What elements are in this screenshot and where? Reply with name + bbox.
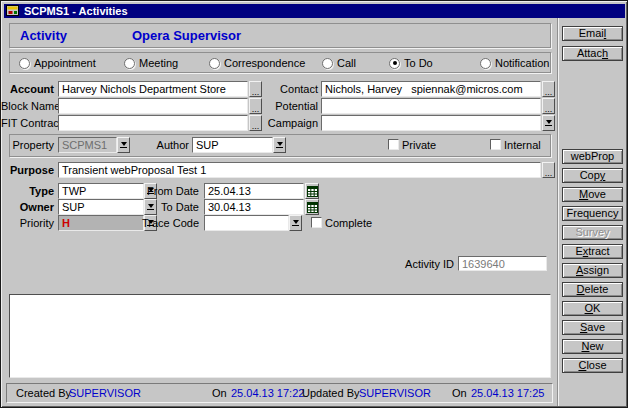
updated-on-value: 25.04.13 17:25	[471, 387, 544, 399]
titlebar[interactable]: SCPMS1 - Activities	[4, 4, 625, 18]
save-button[interactable]: Save	[562, 320, 623, 335]
owner-field[interactable]	[58, 199, 144, 215]
author-label: Author	[136, 138, 189, 153]
header-box: Activity Opera Supervisor	[9, 23, 551, 48]
account-field[interactable]	[58, 81, 248, 97]
radio-circle-icon[interactable]	[322, 58, 333, 69]
radio-appointment[interactable]: Appointment	[19, 57, 96, 69]
priority-field[interactable]	[58, 215, 144, 231]
statusbar: Created By SUPERVISOR On 25.04.13 17:22 …	[6, 383, 553, 403]
complete-checkbox[interactable]	[311, 217, 322, 228]
ellipsis-icon: ...	[545, 89, 553, 96]
priority-label: Priority	[1, 216, 54, 231]
frequency-button[interactable]: Frequency	[562, 206, 623, 221]
updated-by-label: Updated By	[302, 387, 359, 399]
radio-circle-icon[interactable]	[19, 58, 30, 69]
updated-by-value: SUPERVISOR	[359, 387, 431, 399]
block-name-lookup-button[interactable]: ...	[249, 98, 262, 114]
property-field	[58, 137, 117, 153]
to-date-calendar-button[interactable]	[305, 199, 319, 215]
delete-button[interactable]: Delete	[562, 282, 623, 297]
type-field[interactable]	[58, 183, 144, 199]
ellipsis-icon: ...	[252, 123, 260, 130]
radio-label: Notification	[495, 57, 549, 69]
to-date-field[interactable]	[204, 199, 304, 215]
radio-to-do[interactable]: To Do	[389, 57, 433, 69]
header-user: Opera Supervisor	[132, 28, 241, 43]
account-lookup-button[interactable]: ...	[249, 81, 262, 97]
notes-textarea[interactable]	[9, 294, 551, 378]
copy-button[interactable]: Copy	[562, 168, 623, 183]
activities-window: SCPMS1 - Activities Activity Opera Super…	[0, 0, 628, 408]
created-on-value: 25.04.13 17:22	[231, 387, 304, 399]
potential-lookup-button[interactable]: ...	[542, 98, 555, 114]
property-label: Property	[1, 138, 54, 153]
contact-field[interactable]	[321, 81, 541, 97]
private-checkbox[interactable]	[388, 139, 399, 150]
campaign-field[interactable]	[321, 115, 541, 131]
new-button[interactable]: New	[562, 339, 623, 354]
radio-call[interactable]: Call	[322, 57, 356, 69]
purpose-label: Purpose	[1, 163, 54, 178]
radio-notification[interactable]: Notification	[480, 57, 549, 69]
campaign-dropdown-button[interactable]	[542, 115, 555, 131]
updated-on-label: On	[452, 387, 467, 399]
author-dropdown-button[interactable]	[273, 137, 286, 153]
window-title: SCPMS1 - Activities	[24, 5, 128, 17]
webprop-button[interactable]: webProp	[562, 149, 623, 164]
survey-button[interactable]: Survey	[562, 225, 623, 240]
radio-meeting[interactable]: Meeting	[124, 57, 178, 69]
ellipsis-icon: ...	[545, 170, 553, 177]
attach-button[interactable]: Attach	[562, 46, 623, 61]
block-name-field[interactable]	[58, 98, 248, 114]
radio-label: Meeting	[139, 57, 178, 69]
property-dropdown-button[interactable]	[117, 137, 130, 153]
contact-label: Contact	[263, 82, 318, 97]
radio-label: Call	[337, 57, 356, 69]
page-title: Activity	[20, 28, 67, 43]
dropdown-arrow-icon	[290, 216, 301, 230]
radio-circle-icon[interactable]	[124, 58, 135, 69]
fit-contract-field[interactable]	[58, 115, 248, 131]
fit-contract-label: FIT Contract	[1, 116, 54, 131]
button-column: EmailAttachwebPropCopyMoveFrequencySurve…	[562, 1, 623, 408]
created-by-label: Created By	[16, 387, 71, 399]
assign-button[interactable]: Assign	[562, 263, 623, 278]
from-date-field[interactable]	[204, 183, 304, 199]
radio-circle-icon[interactable]	[389, 58, 400, 69]
campaign-label: Campaign	[263, 116, 318, 131]
trace-code-field[interactable]	[204, 215, 289, 231]
to-date-label: To Date	[141, 200, 199, 215]
calendar-icon	[307, 186, 318, 197]
private-label: Private	[402, 138, 452, 153]
radio-correspondence[interactable]: Correspondence	[209, 57, 305, 69]
purpose-lookup-button[interactable]: ...	[542, 162, 555, 178]
ok-button[interactable]: OK	[562, 301, 623, 316]
radio-label: Appointment	[34, 57, 96, 69]
move-button[interactable]: Move	[562, 187, 623, 202]
radio-label: Correspondence	[224, 57, 305, 69]
email-button[interactable]: Email	[562, 26, 623, 41]
dropdown-arrow-icon	[274, 138, 285, 152]
potential-field[interactable]	[321, 98, 541, 114]
radio-circle-icon[interactable]	[480, 58, 491, 69]
from-date-calendar-button[interactable]	[305, 183, 319, 199]
close-button[interactable]: Close	[562, 358, 623, 373]
ellipsis-icon: ...	[545, 106, 553, 113]
radio-label: To Do	[404, 57, 433, 69]
radio-circle-icon[interactable]	[209, 58, 220, 69]
purpose-field[interactable]	[58, 162, 541, 178]
app-icon	[6, 5, 20, 17]
extract-button[interactable]: Extract	[562, 244, 623, 259]
contact-lookup-button[interactable]: ...	[542, 81, 555, 97]
internal-checkbox[interactable]	[490, 139, 501, 150]
fit-contract-lookup-button[interactable]: ...	[249, 115, 262, 131]
author-field[interactable]	[192, 137, 273, 153]
complete-label: Complete	[325, 216, 385, 231]
account-label: Account	[1, 82, 54, 97]
trace-code-label: Trace Code	[141, 216, 199, 231]
trace-code-dropdown-button[interactable]	[289, 215, 302, 231]
calendar-icon	[307, 202, 318, 213]
ellipsis-icon: ...	[252, 89, 260, 96]
internal-label: Internal	[504, 138, 554, 153]
